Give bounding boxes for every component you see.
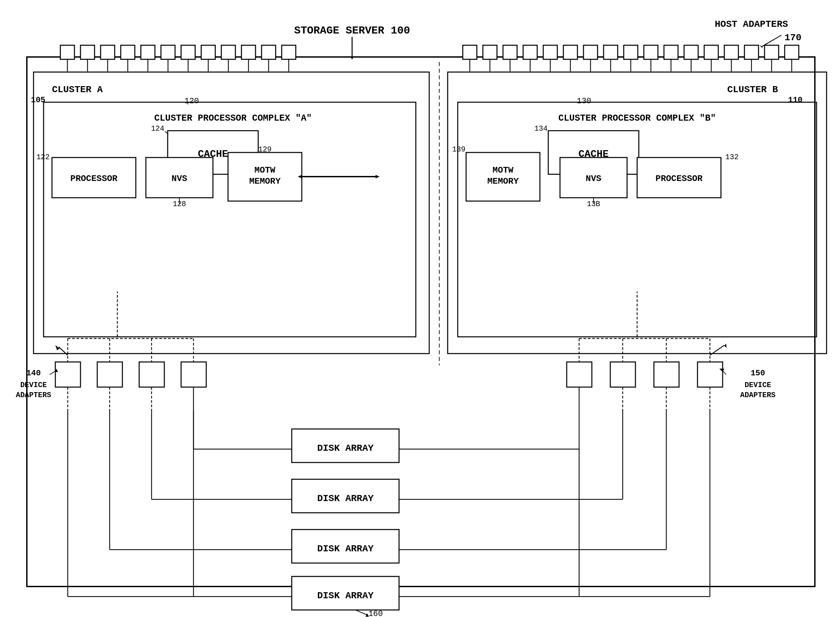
svg-rect-96 — [654, 362, 679, 387]
svg-rect-50 — [262, 45, 276, 59]
cpc-a-label: CLUSTER PROCESSOR COMPLEX "A" — [154, 113, 312, 123]
svg-rect-40 — [61, 45, 74, 59]
diagram-container: STORAGE SERVER 100 HOST ADAPTERS 170 — [0, 0, 840, 617]
svg-rect-17 — [684, 45, 698, 59]
svg-rect-46 — [181, 45, 195, 59]
svg-rect-15 — [644, 45, 658, 59]
device-adapters-right-line2: ADAPTERS — [740, 391, 776, 400]
nvs-b-label: NVS — [586, 174, 602, 184]
disk-array-3-label: DISK ARRAY — [317, 543, 374, 554]
num-139: 139 — [452, 145, 466, 154]
device-adapters-left-line2: ADAPTERS — [16, 391, 51, 400]
device-adapters-right-num: 150 — [750, 369, 765, 378]
device-adapters-left-num: 140 — [26, 369, 41, 378]
num-120: 120 — [185, 96, 199, 106]
svg-rect-97 — [698, 362, 723, 387]
host-adapters-label: HOST ADAPTERS — [715, 19, 788, 30]
svg-rect-0 — [0, 0, 840, 617]
svg-rect-18 — [704, 45, 718, 59]
svg-rect-86 — [139, 362, 164, 387]
svg-rect-8 — [503, 45, 517, 59]
device-adapters-left-line1: DEVICE — [20, 381, 47, 390]
svg-rect-41 — [80, 45, 95, 59]
svg-rect-7 — [483, 45, 497, 59]
disk-array-1-label: DISK ARRAY — [317, 443, 374, 453]
svg-rect-10 — [543, 45, 557, 59]
svg-rect-48 — [221, 45, 235, 59]
svg-rect-87 — [181, 362, 206, 387]
disk-array-4-label: DISK ARRAY — [317, 590, 374, 601]
motw-b-line1: MOTW — [492, 165, 514, 175]
num-160: 160 — [368, 609, 383, 617]
device-adapters-right-line1: DEVICE — [744, 381, 771, 390]
host-adapters-num: 170 — [785, 32, 802, 43]
svg-rect-43 — [121, 45, 135, 59]
svg-rect-49 — [241, 45, 256, 59]
svg-rect-47 — [201, 45, 215, 59]
svg-rect-85 — [97, 362, 123, 387]
svg-rect-84 — [55, 362, 80, 387]
storage-server-label: STORAGE SERVER 100 — [294, 25, 410, 37]
svg-rect-22 — [785, 45, 799, 59]
num-122: 122 — [36, 153, 50, 162]
cluster-b-label: CLUSTER B — [727, 84, 778, 95]
motw-a-line1: MOTW — [254, 165, 276, 175]
svg-rect-6 — [463, 45, 477, 59]
num-110: 110 — [788, 96, 802, 105]
svg-rect-19 — [724, 45, 738, 59]
svg-rect-95 — [610, 362, 636, 387]
svg-rect-16 — [664, 45, 678, 59]
num-134: 134 — [534, 125, 547, 133]
disk-array-2-label: DISK ARRAY — [317, 493, 374, 504]
num-129: 129 — [258, 145, 272, 154]
svg-rect-42 — [101, 45, 115, 59]
num-124: 124 — [151, 125, 164, 133]
num-130: 130 — [577, 96, 591, 106]
processor-a-label: PROCESSOR — [70, 174, 118, 184]
svg-rect-44 — [141, 45, 155, 59]
cluster-a-label: CLUSTER A — [52, 84, 103, 95]
svg-rect-21 — [765, 45, 779, 59]
svg-rect-20 — [744, 45, 759, 59]
svg-rect-94 — [567, 362, 592, 387]
cpc-b-label: CLUSTER PROCESSOR COMPLEX "B" — [558, 113, 716, 123]
svg-rect-45 — [161, 45, 175, 59]
num-132: 132 — [725, 153, 739, 162]
svg-rect-13 — [603, 45, 618, 59]
svg-rect-9 — [523, 45, 537, 59]
svg-rect-14 — [624, 45, 638, 59]
svg-rect-12 — [583, 45, 597, 59]
motw-a-line2: MEMORY — [249, 176, 281, 186]
svg-rect-11 — [563, 45, 577, 59]
svg-rect-51 — [282, 45, 296, 59]
motw-b-line2: MEMORY — [487, 176, 519, 186]
nvs-a-label: NVS — [172, 174, 188, 184]
processor-b-label: PROCESSOR — [655, 174, 703, 184]
